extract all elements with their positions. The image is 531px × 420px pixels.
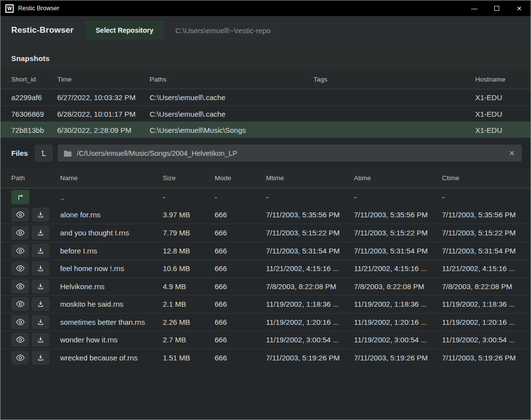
maximize-button[interactable] bbox=[486, 0, 508, 16]
eye-icon bbox=[16, 336, 25, 343]
preview-file-button[interactable] bbox=[11, 244, 29, 258]
file-name: alone for.rns bbox=[60, 210, 163, 219]
file-ctime: 11/19/2002, 3:00:54 ... bbox=[442, 336, 522, 344]
snapshot-hostname: X1-EDU bbox=[475, 93, 522, 102]
go-up-button[interactable] bbox=[11, 190, 29, 204]
file-mode: 666 bbox=[215, 247, 266, 255]
files-table-body: alone for.rns 3.97 MB 666 7/11/2003, 5:3… bbox=[0, 206, 531, 367]
file-atime: 7/11/2003, 5:31:54 PM bbox=[354, 247, 442, 255]
snapshot-paths: C:\Users\emuell\Music\Songs bbox=[150, 126, 313, 134]
tree-mode-toggle-button[interactable] bbox=[35, 145, 53, 162]
download-file-button[interactable] bbox=[32, 226, 49, 240]
download-file-button[interactable] bbox=[32, 279, 49, 294]
file-mode: 666 bbox=[215, 336, 266, 344]
file-mode: 666 bbox=[215, 229, 266, 237]
preview-file-button[interactable] bbox=[11, 351, 29, 365]
download-file-button[interactable] bbox=[32, 315, 49, 329]
download-file-button[interactable] bbox=[32, 351, 49, 365]
file-mode: 666 bbox=[215, 282, 266, 291]
file-mtime: 11/19/2002, 1:20:16 ... bbox=[266, 318, 354, 326]
preview-file-button[interactable] bbox=[11, 208, 29, 222]
col-time: Time bbox=[57, 76, 150, 83]
col-ctime: Ctime bbox=[442, 174, 522, 182]
close-button[interactable]: ✕ bbox=[508, 0, 531, 16]
file-size: 3.97 MB bbox=[163, 210, 215, 219]
download-icon bbox=[37, 354, 44, 361]
snapshot-row[interactable]: a2299af6 6/27/2022, 10:03:32 PM C:\Users… bbox=[0, 89, 531, 105]
preview-file-button[interactable] bbox=[11, 226, 29, 240]
col-short-id: Short_id bbox=[11, 76, 57, 83]
file-atime: 7/8/2003, 8:22:08 PM bbox=[354, 282, 442, 291]
window-title: Restic Browser bbox=[18, 5, 463, 12]
clear-path-button[interactable]: ✕ bbox=[508, 149, 516, 158]
file-ctime: 11/19/2002, 1:20:16 ... bbox=[442, 318, 522, 326]
file-row: sometimes better than.rns 2.26 MB 666 11… bbox=[0, 313, 531, 331]
eye-icon bbox=[16, 283, 25, 290]
preview-file-button[interactable] bbox=[11, 333, 29, 347]
file-size: 1.51 MB bbox=[163, 354, 215, 362]
snapshot-short-id: 72b813bb bbox=[11, 126, 57, 134]
col-tags: Tags bbox=[313, 76, 475, 83]
download-file-button[interactable] bbox=[32, 261, 49, 275]
close-icon: ✕ bbox=[509, 149, 515, 157]
file-row: before I.rns 12.8 MB 666 7/11/2003, 5:31… bbox=[0, 242, 531, 260]
file-name: Helvikone.rns bbox=[60, 282, 163, 291]
preview-file-button[interactable] bbox=[11, 261, 29, 275]
app-window: W Restic Browser — ✕ Restic-Browser Sele… bbox=[0, 0, 531, 420]
file-size: 12.8 MB bbox=[163, 247, 215, 255]
current-path-bar[interactable]: /C/Users/emuell/Music/Songs/2004_Helveti… bbox=[58, 145, 522, 162]
preview-file-button[interactable] bbox=[11, 279, 29, 294]
minimize-button[interactable]: — bbox=[463, 0, 486, 16]
current-path-text: /C/Users/emuell/Music/Songs/2004_Helveti… bbox=[77, 149, 503, 157]
file-atime: 7/11/2003, 5:15:22 PM bbox=[354, 229, 442, 237]
file-mtime: 11/19/2002, 3:00:54 ... bbox=[266, 336, 354, 344]
col-paths: Paths bbox=[150, 76, 313, 83]
snapshot-row[interactable]: 76306869 6/28/2022, 10:01:17 PM C:\Users… bbox=[0, 105, 531, 122]
file-ctime: 11/19/2002, 1:18:36 ... bbox=[442, 300, 522, 308]
col-mode: Mode bbox=[215, 174, 266, 182]
file-mtime: 11/21/2002, 4:15:16 ... bbox=[266, 264, 354, 273]
snapshot-short-id: 76306869 bbox=[11, 110, 57, 118]
file-row: and you thought I.rns 7.79 MB 666 7/11/2… bbox=[0, 224, 531, 242]
select-repository-button[interactable]: Select Repository bbox=[86, 21, 164, 40]
snapshot-row[interactable]: 72b813bb 6/30/2022, 2:28:09 PM C:\Users\… bbox=[0, 122, 531, 138]
snapshots-section-header: Snapshots bbox=[0, 44, 531, 70]
col-atime: Atime bbox=[354, 174, 442, 182]
download-file-button[interactable] bbox=[32, 333, 49, 347]
file-ctime: 11/21/2002, 4:15:16 ... bbox=[442, 264, 522, 273]
file-mtime: 11/19/2002, 1:18:36 ... bbox=[266, 300, 354, 308]
files-title: Files bbox=[11, 149, 28, 157]
file-mode: 666 bbox=[215, 264, 266, 273]
col-path: Path bbox=[11, 174, 60, 182]
col-size: Size bbox=[163, 174, 215, 182]
repository-path: C:\Users\emuell\~\restic-repo bbox=[176, 26, 271, 35]
snapshot-short-id: a2299af6 bbox=[11, 93, 57, 102]
file-mtime: 7/11/2003, 5:31:54 PM bbox=[266, 247, 354, 255]
file-mtime: 7/11/2003, 5:19:26 PM bbox=[266, 354, 354, 362]
download-icon bbox=[37, 300, 44, 308]
download-file-button[interactable] bbox=[32, 208, 49, 222]
file-mode: 666 bbox=[215, 300, 266, 308]
eye-icon bbox=[16, 265, 25, 272]
col-mtime: Mtime bbox=[266, 174, 354, 182]
eye-icon bbox=[16, 247, 25, 254]
parent-atime: - bbox=[354, 193, 442, 201]
download-file-button[interactable] bbox=[32, 297, 49, 311]
file-row: Helvikone.rns 4.9 MB 666 7/8/2003, 8:22:… bbox=[0, 277, 531, 295]
file-atime: 11/19/2002, 1:18:36 ... bbox=[354, 300, 442, 308]
snapshot-hostname: X1-EDU bbox=[475, 110, 522, 118]
file-atime: 7/11/2003, 5:19:26 PM bbox=[354, 354, 442, 362]
file-name: sometimes better than.rns bbox=[60, 318, 163, 326]
download-icon bbox=[37, 336, 44, 343]
snapshot-hostname: X1-EDU bbox=[475, 126, 522, 134]
parent-mode: - bbox=[215, 193, 266, 201]
preview-file-button[interactable] bbox=[11, 315, 29, 329]
snapshot-paths: C:\Users\emuell\.cache bbox=[150, 110, 313, 118]
file-atime: 11/19/2002, 3:00:54 ... bbox=[354, 336, 442, 344]
snapshots-table-body: a2299af6 6/27/2022, 10:03:32 PM C:\Users… bbox=[0, 89, 531, 138]
download-file-button[interactable] bbox=[32, 244, 49, 258]
file-row: wrecked because of.rns 1.51 MB 666 7/11/… bbox=[0, 349, 531, 367]
eye-icon bbox=[16, 211, 25, 218]
preview-file-button[interactable] bbox=[11, 297, 29, 311]
download-icon bbox=[37, 283, 44, 290]
